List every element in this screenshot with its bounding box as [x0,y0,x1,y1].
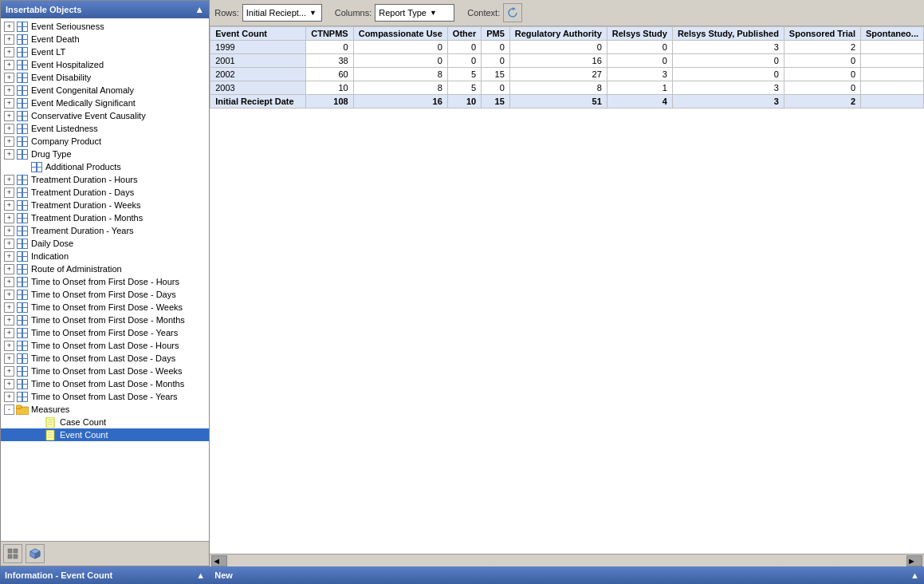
svg-rect-87 [23,239,27,243]
svg-rect-127 [23,341,27,345]
tree-item-treatment-duration-hours[interactable]: + Treatment Duration - Hours [1,173,209,186]
expand-icon-measures[interactable]: - [4,404,14,415]
expand-icon-time-onset-last-months[interactable]: + [4,379,14,389]
tree-item-event-lt[interactable]: + Event LT [1,45,209,58]
grid-icon-conservative-event-causality [16,110,29,121]
expand-icon-treatment-duration-hours[interactable]: + [4,175,14,185]
grid-view-button[interactable] [3,544,22,563]
tree-label-time-onset-first-years: Time to Onset from First Dose - Years [31,328,178,337]
tree-item-daily-dose[interactable]: + Daily Dose [1,237,209,250]
col-header-3: Other [447,27,481,41]
columns-dropdown[interactable]: Report Type ▼ [375,4,454,22]
tree-item-treatment-duration-months[interactable]: + Treatment Duration - Months [1,211,209,224]
expand-icon-event-death[interactable]: + [4,34,14,45]
tree-item-event-listedness[interactable]: + Event Listedness [1,122,209,135]
expand-icon-time-onset-last-days[interactable]: + [4,353,14,364]
cube-view-button[interactable] [26,544,45,563]
status-collapse[interactable]: ▲ [910,570,919,580]
expand-icon-event-congenital-anomaly[interactable]: + [4,85,14,96]
tree-item-case-count[interactable]: Case Count [1,416,209,428]
tree-item-time-onset-last-days[interactable]: + Time to Onset from Last Dose - Days [1,352,209,365]
svg-rect-24 [23,78,27,82]
rows-dropdown-value: Initial Reciept... [246,8,306,18]
svg-rect-129 [23,346,27,350]
tree-item-treatment-duration-days[interactable]: + Treatment Duration - Days [1,186,209,199]
tree-item-event-disability[interactable]: + Event Disability [1,71,209,84]
tree-label-time-onset-first-weeks: Time to Onset from First Dose - Weeks [31,302,183,312]
expand-icon-time-onset-last-weeks[interactable]: + [4,366,14,377]
tree-item-time-onset-last-months[interactable]: + Time to Onset from Last Dose - Months [1,377,209,390]
tree-item-event-seriousness[interactable]: + Event Seriousness [1,20,209,33]
svg-rect-81 [18,227,22,231]
refresh-button[interactable] [503,3,522,22]
svg-rect-13 [18,53,22,57]
panel-collapse-icon[interactable]: ▲ [195,4,204,15]
tree-item-indication[interactable]: + Indication [1,250,209,262]
expand-icon-time-onset-first-days[interactable]: + [4,290,14,300]
svg-rect-49 [23,142,27,146]
tree-item-conservative-event-causality[interactable]: + Conservative Event Causality [1,109,209,122]
svg-rect-64 [23,180,27,184]
expand-icon-event-medically-significant[interactable]: + [4,98,14,109]
tree-item-treatment-duration-years[interactable]: + Treament Duration - Years [1,224,209,237]
grid-icon-time-onset-last-weeks [16,365,29,377]
expand-icon-company-product[interactable]: + [4,136,14,147]
tree-label-treatment-duration-years: Treament Duration - Years [31,226,134,235]
tree-item-measures[interactable]: - Measures [1,403,209,416]
tree-item-treatment-duration-weeks[interactable]: + Treatment Duration - Weeks [1,199,209,211]
tree-item-time-onset-last-hours[interactable]: + Time to Onset from Last Dose - Hours [1,339,209,352]
expand-icon-drug-type[interactable]: + [4,149,14,160]
svg-rect-17 [23,61,27,65]
expand-icon-treatment-duration-weeks[interactable]: + [4,200,14,211]
tree-item-time-onset-last-years[interactable]: + Time to Onset from Last Dose - Years [1,390,209,403]
grid-icon-event-medically-significant [16,97,29,109]
expand-icon-event-seriousness[interactable]: + [4,22,14,32]
expand-icon-time-onset-first-weeks[interactable]: + [4,302,14,313]
total-row: Initial Reciept Date10816101551432 [210,95,924,109]
tree-item-event-medically-significant[interactable]: + Event Medically Significant [1,97,209,109]
expand-icon-indication[interactable]: + [4,251,14,262]
svg-rect-36 [18,112,22,116]
cell-5: 3 [607,68,672,81]
tree-item-event-hospitalized[interactable]: + Event Hospitalized [1,58,209,71]
expand-icon-time-onset-first-years[interactable]: + [4,328,14,338]
tree-item-company-product[interactable]: + Company Product [1,135,209,148]
svg-rect-51 [18,150,22,154]
expand-icon-time-onset-first-months[interactable]: + [4,315,14,326]
table-row: 2003108508130 [210,81,924,95]
svg-rect-7 [23,35,27,39]
expand-icon-event-hospitalized[interactable]: + [4,60,14,70]
tree-item-time-onset-first-months[interactable]: + Time to Onset from First Dose - Months [1,314,209,326]
tree-item-time-onset-first-weeks[interactable]: + Time to Onset from First Dose - Weeks [1,301,209,314]
scroll-left-btn[interactable]: ◄ [211,555,227,566]
tree-item-additional-products[interactable]: Additional Products [1,160,209,173]
expand-icon-time-onset-first-hours[interactable]: + [4,277,14,287]
info-panel-collapse[interactable]: ▲ [196,570,205,580]
expand-icon-route-of-administration[interactable]: + [4,264,14,274]
expand-icon-event-listedness[interactable]: + [4,124,14,134]
tree-item-time-onset-first-days[interactable]: + Time to Onset from First Dose - Days [1,288,209,301]
svg-rect-48 [18,142,22,146]
tree-item-event-congenital-anomaly[interactable]: + Event Congenital Anomaly [1,84,209,97]
rows-dropdown[interactable]: Initial Reciept... ▼ [242,4,322,22]
scroll-right-btn[interactable]: ► [906,555,922,566]
tree-item-event-death[interactable]: + Event Death [1,33,209,45]
expand-icon-time-onset-last-years[interactable]: + [4,392,14,402]
tree-item-drug-type[interactable]: + Drug Type [1,148,209,160]
expand-icon-event-disability[interactable]: + [4,73,14,83]
tree-item-time-onset-first-years[interactable]: + Time to Onset from First Dose - Years [1,326,209,339]
svg-rect-162 [8,554,12,558]
expand-icon-time-onset-last-hours[interactable]: + [4,341,14,351]
expand-icon-daily-dose[interactable]: + [4,239,14,249]
tree-item-route-of-administration[interactable]: + Route of Administration [1,262,209,275]
horizontal-scrollbar[interactable]: ◄ ► [210,554,924,566]
tree-item-time-onset-first-hours[interactable]: + Time to Onset from First Dose - Hours [1,275,209,288]
expand-icon-event-lt[interactable]: + [4,47,14,57]
expand-icon-treatment-duration-months[interactable]: + [4,213,14,223]
expand-icon-conservative-event-causality[interactable]: + [4,111,14,121]
expand-icon-treatment-duration-days[interactable]: + [4,187,14,198]
svg-rect-88 [18,244,22,248]
tree-item-event-count[interactable]: Event Count [1,428,209,441]
tree-item-time-onset-last-weeks[interactable]: + Time to Onset from Last Dose - Weeks [1,365,209,377]
expand-icon-treatment-duration-years[interactable]: + [4,226,14,236]
